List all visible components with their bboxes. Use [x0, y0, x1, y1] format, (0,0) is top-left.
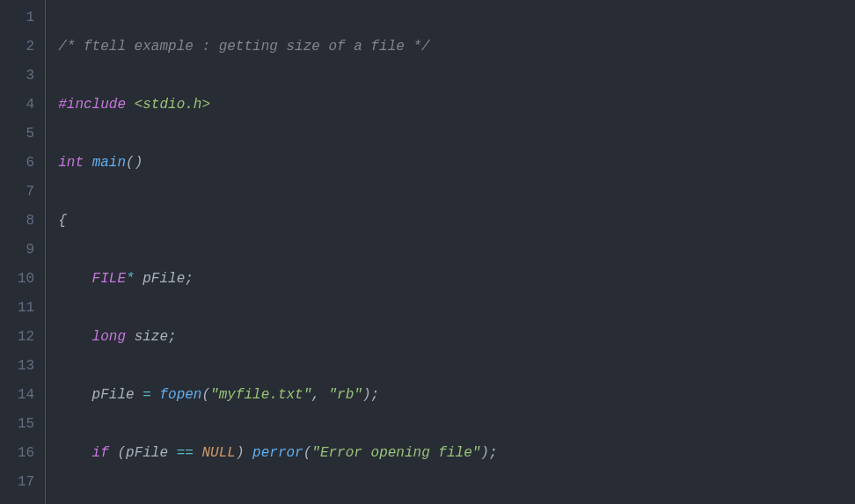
- punct: ;: [168, 329, 177, 345]
- identifier: size: [135, 329, 168, 345]
- line-number: 15: [18, 410, 34, 439]
- line-number: 6: [18, 149, 34, 178]
- identifier: pFile: [126, 445, 168, 461]
- string: "myfile.txt": [210, 387, 311, 403]
- operator: =: [142, 387, 151, 403]
- code-line: {: [58, 207, 539, 236]
- punct: (: [117, 445, 126, 461]
- punct: ;: [489, 445, 498, 461]
- comment: /* ftell example : getting size of a fil…: [58, 39, 429, 55]
- line-number: 10: [18, 265, 34, 294]
- type-keyword: FILE: [92, 271, 126, 287]
- line-number: 16: [18, 439, 34, 468]
- code-line: int main(): [58, 149, 539, 178]
- punct: (: [201, 387, 210, 403]
- code-area[interactable]: /* ftell example : getting size of a fil…: [46, 0, 539, 504]
- code-line: else: [58, 497, 539, 504]
- code-line: long size;: [58, 323, 539, 352]
- punct: ): [362, 387, 371, 403]
- line-number: 13: [18, 352, 34, 381]
- punct: ): [480, 445, 489, 461]
- identifier: pFile: [142, 271, 185, 287]
- line-number: 9: [18, 236, 34, 265]
- line-number: 12: [18, 323, 34, 352]
- line-number: 1: [18, 4, 34, 33]
- line-number: 14: [18, 381, 34, 410]
- line-number: 2: [18, 33, 34, 62]
- keyword: if: [92, 445, 109, 461]
- constant: NULL: [201, 445, 235, 461]
- punct: (): [126, 155, 142, 171]
- code-editor: 1 2 3 4 5 6 7 8 9 10 11 12 13 14 15 16 1…: [0, 0, 855, 504]
- preprocessor: #include: [58, 97, 126, 113]
- line-number: 7: [18, 178, 34, 207]
- code-line: FILE* pFile;: [58, 265, 539, 294]
- function-name: main: [92, 155, 126, 171]
- line-number: 11: [18, 294, 34, 323]
- include-header: <stdio.h>: [135, 97, 210, 113]
- line-number: 8: [18, 207, 34, 236]
- line-number: 5: [18, 120, 34, 149]
- string: "rb": [329, 387, 362, 403]
- operator: *: [126, 271, 135, 287]
- line-number: 17: [18, 468, 34, 497]
- punct: (: [303, 445, 312, 461]
- function-call: perror: [252, 445, 303, 461]
- punct: ;: [185, 271, 194, 287]
- code-line: /* ftell example : getting size of a fil…: [58, 33, 539, 62]
- type-keyword: long: [92, 329, 126, 345]
- code-line: pFile = fopen("myfile.txt", "rb");: [58, 381, 539, 410]
- function-call: fopen: [159, 387, 201, 403]
- code-line: if (pFile == NULL) perror("Error opening…: [58, 439, 539, 468]
- line-number-gutter: 1 2 3 4 5 6 7 8 9 10 11 12 13 14 15 16 1…: [0, 0, 46, 504]
- string: "Error opening file": [311, 445, 480, 461]
- code-line: #include <stdio.h>: [58, 91, 539, 120]
- type-keyword: int: [58, 155, 84, 171]
- punct: ): [236, 445, 245, 461]
- punct: ,: [311, 387, 320, 403]
- line-number: 4: [18, 91, 34, 120]
- operator: ==: [177, 445, 194, 461]
- brace: {: [58, 213, 67, 229]
- punct: ;: [371, 387, 380, 403]
- line-number: 3: [18, 62, 34, 91]
- identifier: pFile: [92, 387, 135, 403]
